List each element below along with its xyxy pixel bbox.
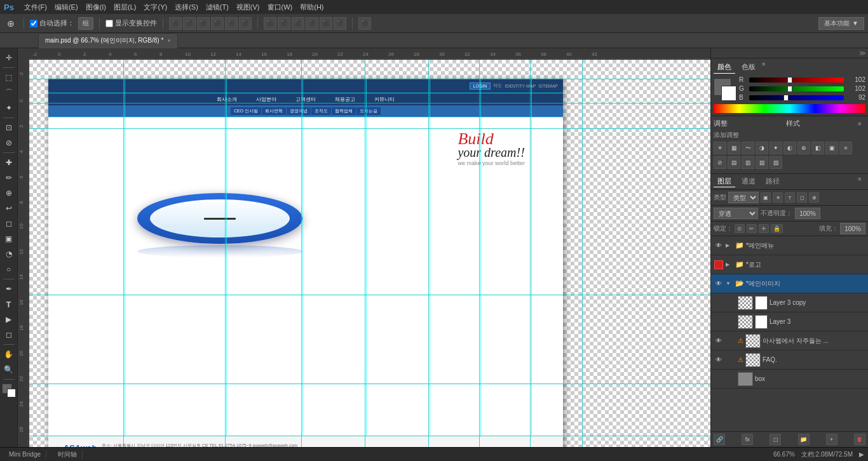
- invert-adj[interactable]: ⊘: [714, 156, 726, 169]
- menu-image[interactable]: 图像(I): [86, 3, 106, 12]
- layers-panel-options[interactable]: ≡: [858, 176, 865, 187]
- clone-stamp-tool[interactable]: ⊕: [2, 186, 16, 200]
- gradient-adj[interactable]: ▧: [756, 156, 768, 169]
- vibrance-adj[interactable]: ✦: [770, 142, 782, 154]
- channel-adj[interactable]: ≡: [839, 142, 852, 154]
- curves-adj[interactable]: 〜: [742, 142, 754, 154]
- layer-link-btn[interactable]: 🔗: [714, 434, 725, 445]
- eyedropper-tool[interactable]: ⊘: [2, 136, 16, 150]
- blend-mode-select[interactable]: 穿透: [714, 208, 758, 219]
- poster-adj[interactable]: ▤: [728, 156, 740, 169]
- timeline-tab[interactable]: 时间轴: [53, 450, 83, 459]
- align-left[interactable]: ⬛: [169, 17, 182, 30]
- layer-expand-btn[interactable]: ▼: [726, 281, 733, 286]
- lock-position[interactable]: ✛: [759, 224, 769, 233]
- layer-item[interactable]: ○ Layer 3 copy: [711, 293, 868, 312]
- layer-item[interactable]: ○ Layer 3: [711, 312, 868, 331]
- menu-layer[interactable]: 图层(L): [114, 3, 136, 12]
- layer-expand-btn[interactable]: ▶: [726, 243, 733, 248]
- canvas-area[interactable]: LOGIN 약도 IDENTITY MAP SITEMAP 회사소개 사업분야 …: [29, 60, 710, 447]
- hand-tool[interactable]: ✋: [2, 347, 16, 361]
- channels-tab[interactable]: 通道: [738, 176, 759, 187]
- progress-indicator[interactable]: ▶: [859, 451, 864, 458]
- distribute-h[interactable]: ⬛: [278, 17, 290, 30]
- show-transform-checkbox[interactable]: 显示变换控件: [105, 18, 157, 28]
- layer-group-btn[interactable]: 📁: [798, 434, 810, 445]
- move-tool[interactable]: ✛: [2, 51, 16, 65]
- swatches-tab[interactable]: 色板: [738, 61, 759, 74]
- opacity-input[interactable]: [795, 208, 820, 219]
- lock-all[interactable]: 🔒: [771, 224, 783, 233]
- layer-visibility-toggle[interactable]: 👁: [714, 241, 724, 251]
- r-slider[interactable]: [749, 77, 844, 83]
- brightness-adj[interactable]: ☀: [714, 142, 726, 154]
- path-selection-tool[interactable]: ▶: [2, 312, 16, 326]
- layer-visibility-toggle[interactable]: ○: [714, 374, 724, 384]
- layer-filter-adj[interactable]: ☀: [773, 192, 783, 203]
- eraser-tool[interactable]: ◻: [2, 217, 16, 230]
- color-preview-area[interactable]: [714, 78, 736, 101]
- photo-adj[interactable]: ▣: [825, 142, 838, 154]
- menu-file[interactable]: 文件(F): [24, 3, 47, 12]
- crop-tool[interactable]: ⊡: [2, 121, 16, 135]
- fill-input[interactable]: [840, 223, 865, 234]
- history-brush-tool[interactable]: ↩: [2, 201, 16, 215]
- shape-tool[interactable]: ◻: [2, 328, 16, 342]
- layer-visibility-toggle[interactable]: 👁: [714, 355, 724, 365]
- bw-adj[interactable]: ◧: [811, 142, 824, 154]
- background-color[interactable]: [7, 389, 16, 398]
- lasso-tool[interactable]: ⌒: [2, 86, 16, 100]
- layer-item[interactable]: 👁 ▼ 📂 *메인이미지: [711, 274, 868, 293]
- distribute-right[interactable]: ⬛: [292, 17, 304, 30]
- b-thumb[interactable]: [783, 95, 789, 101]
- layer-delete-btn[interactable]: 🗑: [854, 434, 865, 445]
- magic-wand-tool[interactable]: ✦: [2, 101, 16, 115]
- bg-color-preview[interactable]: [721, 86, 736, 101]
- layer-item[interactable]: ○ box: [711, 370, 868, 389]
- threshold-adj[interactable]: ▥: [742, 156, 754, 169]
- align-bottom[interactable]: ⬛: [239, 17, 252, 30]
- layer-filter-shape[interactable]: ◻: [797, 192, 807, 203]
- layer-type-select[interactable]: 类型: [728, 192, 759, 203]
- type-tool[interactable]: T: [2, 297, 16, 311]
- distribute-top[interactable]: ⬛: [306, 17, 318, 30]
- lock-pixels[interactable]: ✏: [747, 224, 757, 233]
- pen-tool[interactable]: ✒: [2, 282, 16, 296]
- paths-tab[interactable]: 路径: [762, 176, 783, 187]
- layer-new-btn[interactable]: +: [826, 434, 837, 445]
- brush-tool[interactable]: ✏: [2, 171, 16, 185]
- layers-tab[interactable]: 图层: [714, 176, 735, 187]
- layer-expand-btn[interactable]: ▶: [726, 262, 733, 267]
- mini-bridge-tab[interactable]: Mini Bridge: [4, 451, 46, 458]
- align-top[interactable]: ⬛: [211, 17, 224, 30]
- move-tool-options[interactable]: ⊕: [4, 17, 18, 30]
- distribute-v[interactable]: ⬛: [320, 17, 332, 30]
- layer-visibility-toggle[interactable]: ○: [714, 317, 724, 327]
- menu-text[interactable]: 文字(Y): [144, 3, 167, 12]
- g-thumb[interactable]: [787, 86, 792, 92]
- menu-view[interactable]: 视图(V): [236, 3, 260, 12]
- colorbal-adj[interactable]: ⊕: [797, 142, 810, 154]
- tab-close-btn[interactable]: ×: [167, 37, 170, 44]
- fg-bg-colors[interactable]: [2, 384, 16, 398]
- workspace-selector[interactable]: 基本功能 ▼: [818, 17, 864, 30]
- auto-select-checkbox[interactable]: 自动选择：: [30, 18, 74, 28]
- healing-brush-tool[interactable]: ✚: [2, 156, 16, 170]
- align-center-h[interactable]: ⬛: [183, 17, 196, 30]
- r-thumb[interactable]: [787, 77, 792, 83]
- menu-select[interactable]: 选择(S): [175, 3, 198, 12]
- layer-item[interactable]: 👁 ▶ 📁 *메인메뉴: [711, 236, 868, 255]
- layer-filter-pixel[interactable]: ▣: [761, 192, 771, 203]
- layer-filter-text[interactable]: T: [785, 192, 795, 203]
- b-slider[interactable]: [749, 95, 844, 100]
- selective-adj[interactable]: ▨: [770, 156, 782, 169]
- exposure-adj[interactable]: ◑: [756, 142, 768, 154]
- color-panel-options[interactable]: ≡: [762, 61, 770, 74]
- align-right[interactable]: ⬛: [197, 17, 210, 30]
- align-center-v[interactable]: ⬛: [225, 17, 238, 30]
- layer-item[interactable]: 👁 ⚠ 아사웹에서 자주들는 ...: [711, 331, 868, 351]
- layer-visibility-toggle[interactable]: [714, 260, 724, 270]
- menu-help[interactable]: 帮助(H): [300, 3, 323, 12]
- zoom-tool[interactable]: 🔍: [2, 363, 16, 377]
- levels-adj[interactable]: ▦: [728, 142, 740, 154]
